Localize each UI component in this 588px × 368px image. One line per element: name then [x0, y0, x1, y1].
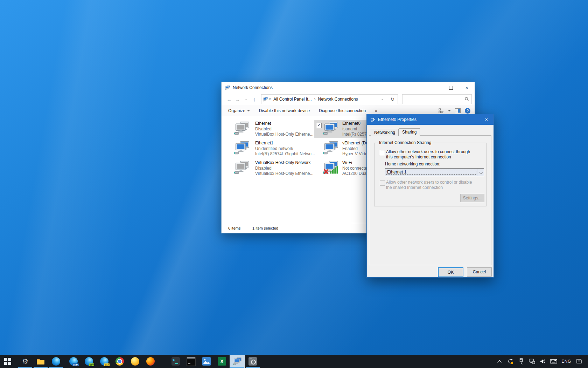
start-button[interactable] — [0, 355, 15, 368]
network-adapter-icon — [234, 121, 250, 135]
network-adapter-icon — [234, 161, 250, 175]
language-indicator[interactable]: ENG — [561, 355, 572, 368]
taskbar-network-connections[interactable] — [230, 355, 245, 368]
dialog-title: Ethernet0 Properties — [378, 117, 483, 122]
toolbar-overflow-button[interactable]: » — [375, 108, 377, 113]
connection-status: Unidentified network — [255, 146, 315, 152]
dialog-close-button[interactable]: × — [483, 117, 490, 122]
allow-connect-checkbox[interactable] — [380, 150, 385, 155]
connection-name: VirtualBox Host-Only Network — [255, 160, 314, 166]
firefox-icon — [146, 357, 155, 366]
camera-icon — [248, 357, 257, 366]
items-count: 6 items — [228, 226, 248, 230]
tray-expand-icon[interactable] — [496, 355, 503, 368]
connection-tile-virtualbox[interactable]: VirtualBox Host-Only Network Disabled Vi… — [230, 159, 313, 177]
tab-networking[interactable]: Networking — [371, 129, 399, 136]
taskbar-edge-canary[interactable]: CAN — [97, 355, 112, 368]
taskbar-camera[interactable] — [245, 355, 260, 368]
terminal-icon: > — [172, 357, 180, 366]
explorer-address-row: ← → ↑ « All Control Panel It... › Networ… — [222, 93, 475, 105]
address-dropdown-icon[interactable] — [381, 99, 383, 100]
disable-device-button[interactable]: Disable this network device — [259, 108, 310, 113]
taskbar-chrome[interactable] — [112, 355, 127, 368]
cancel-button[interactable]: Cancel — [467, 267, 492, 277]
back-button[interactable]: ← — [225, 95, 233, 103]
network-adapter-icon — [323, 121, 338, 135]
network-tray-icon[interactable] — [528, 355, 536, 368]
connection-name: Ethernet — [255, 121, 314, 127]
taskbar-photos[interactable] — [199, 355, 214, 368]
allow-connect-label: Allow other network users to connect thr… — [386, 149, 474, 160]
up-button[interactable]: ↑ — [250, 95, 259, 103]
taskbar-settings[interactable]: ⚙ — [18, 355, 33, 368]
forward-button[interactable]: → — [233, 95, 242, 103]
taskbar-command-prompt[interactable] — [183, 355, 199, 368]
search-box — [402, 94, 472, 104]
window-title: Network Connections — [233, 85, 427, 90]
taskbar-file-explorer[interactable] — [33, 355, 48, 368]
diagnose-connection-button[interactable]: Diagnose this connection — [319, 108, 366, 113]
combo-selected-value: Ethernet 1 — [386, 170, 477, 175]
explorer-titlebar: Network Connections – × — [222, 82, 475, 93]
details-view-icon[interactable] — [439, 108, 444, 113]
close-button[interactable]: × — [459, 82, 475, 93]
edge-beta-icon: BETA — [69, 357, 78, 366]
refresh-button[interactable]: ↻ — [387, 94, 398, 104]
combo-dropdown-button[interactable] — [477, 169, 484, 176]
connection-device: Intel(R) 82574L Gigabit Netwo... — [255, 151, 315, 157]
chevron-down-icon — [245, 99, 247, 100]
connection-status: Disabled — [255, 166, 314, 171]
breadcrumb-item-network-connections[interactable]: Network Connections — [316, 97, 360, 102]
taskbar-terminal[interactable]: > — [168, 355, 183, 368]
excel-icon: X — [218, 357, 226, 366]
action-center-icon[interactable] — [575, 355, 582, 368]
gear-icon: ⚙ — [22, 358, 28, 365]
settings-button: Settings... — [460, 194, 484, 202]
selection-checkbox[interactable]: ✓ — [316, 123, 322, 128]
ok-button[interactable]: OK — [438, 267, 463, 277]
connection-device: VirtualBox Host-Only Etherne... — [255, 132, 314, 137]
preview-pane-icon[interactable] — [455, 108, 461, 113]
windows-logo-icon — [4, 358, 11, 365]
breadcrumb-collapsed[interactable]: « — [268, 97, 271, 102]
home-networking-combo[interactable]: Ethernet 1 — [385, 168, 484, 176]
chrome-canary-icon — [131, 357, 139, 366]
search-input[interactable] — [402, 95, 464, 103]
home-networking-label: Home networking connection: — [385, 162, 440, 167]
network-adapter-icon — [234, 141, 250, 155]
network-connections-icon — [225, 85, 230, 90]
group-title: Internet Connection Sharing — [378, 140, 433, 145]
taskbar-edge-beta[interactable]: BETA — [66, 355, 81, 368]
maximize-icon — [449, 86, 453, 90]
taskbar-chrome-canary[interactable] — [127, 355, 143, 368]
volume-icon[interactable] — [539, 355, 546, 368]
connection-tile-ethernet[interactable]: Ethernet Disabled VirtualBox Host-Only E… — [230, 120, 313, 138]
taskbar-edge[interactable] — [48, 355, 64, 368]
touch-keyboard-icon[interactable] — [550, 355, 557, 368]
ethernet0-properties-dialog: Ethernet0 Properties × Networking Sharin… — [366, 114, 494, 278]
canary-badge: CAN — [104, 363, 110, 366]
maximize-button[interactable] — [443, 82, 459, 93]
desktop: Network Connections – × ← → ↑ « All Cont… — [0, 0, 588, 368]
minimize-button[interactable]: – — [427, 82, 443, 93]
system-tray: ENG — [496, 355, 588, 368]
breadcrumb[interactable]: « All Control Panel It... › Network Conn… — [261, 94, 387, 104]
organize-menu[interactable]: Organize — [228, 108, 250, 113]
toolbar-right-icons: ? — [439, 108, 475, 114]
tab-sharing[interactable]: Sharing — [399, 128, 420, 136]
taskbar-firefox[interactable] — [143, 355, 158, 368]
dialog-tabs: Networking Sharing — [371, 128, 420, 136]
taskbar-excel[interactable]: X — [214, 355, 230, 368]
dev-badge: DEV — [89, 363, 94, 366]
address-location-icon — [263, 97, 268, 102]
recent-locations-button[interactable] — [242, 95, 250, 103]
sync-icon[interactable] — [507, 355, 514, 368]
usb-icon[interactable] — [518, 355, 525, 368]
taskbar-edge-dev[interactable]: DEV — [81, 355, 97, 368]
adapter-properties-icon — [370, 117, 375, 122]
help-icon[interactable]: ? — [465, 108, 470, 114]
breadcrumb-item-control-panel[interactable]: All Control Panel It... — [271, 97, 314, 102]
edge-dev-icon: DEV — [85, 357, 93, 366]
connection-tile-ethernet1[interactable]: Ethernet1 Unidentified network Intel(R) … — [230, 139, 313, 158]
view-dropdown-icon[interactable] — [448, 110, 451, 111]
